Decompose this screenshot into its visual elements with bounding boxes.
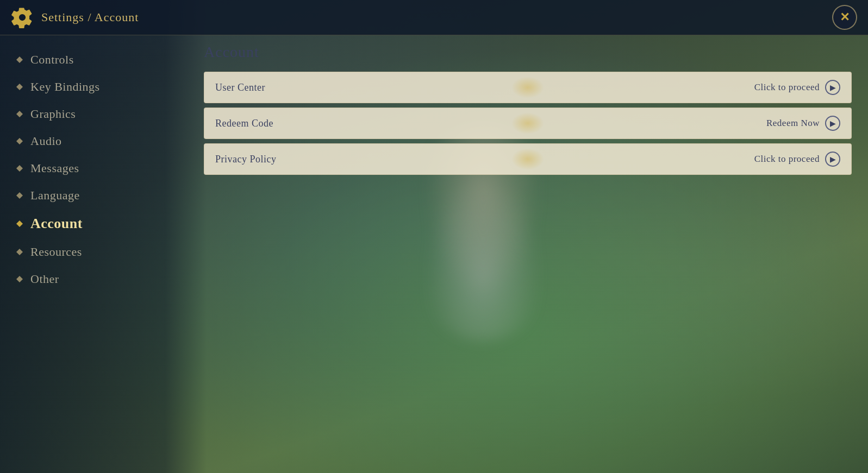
privacy-policy-action: Click to proceed ▶	[754, 152, 840, 167]
diamond-icon	[16, 56, 23, 63]
user-center-label: User Center	[215, 82, 265, 93]
svg-marker-2	[16, 111, 23, 117]
redeem-code-action: Redeem Now ▶	[766, 116, 840, 131]
nav-label-controls: Controls	[30, 53, 74, 67]
privacy-policy-action-label: Click to proceed	[754, 154, 820, 165]
shimmer-accent	[511, 77, 544, 98]
privacy-policy-label: Privacy Policy	[215, 154, 277, 165]
arrow-icon: ▶	[825, 80, 840, 95]
sidebar-item-resources[interactable]: Resources	[0, 238, 201, 266]
diamond-icon	[16, 192, 23, 199]
svg-marker-0	[16, 56, 23, 63]
header-title: Settings / Account	[41, 10, 139, 24]
header: Settings / Account ✕	[0, 0, 868, 35]
diamond-icon-active	[16, 220, 23, 227]
shimmer-accent	[511, 112, 544, 134]
user-center-row[interactable]: User Center Click to proceed ▶	[204, 72, 852, 103]
sidebar-item-audio[interactable]: Audio	[0, 128, 201, 155]
diamond-icon	[16, 138, 23, 144]
sidebar-nav: Controls Key Bindings Graphics Audio Mes…	[0, 35, 201, 304]
main-content: Account User Center Click to proceed ▶ R…	[204, 43, 852, 179]
svg-marker-4	[16, 165, 23, 172]
svg-marker-8	[16, 276, 23, 282]
nav-label-key-bindings: Key Bindings	[30, 80, 100, 94]
sidebar-item-account[interactable]: Account	[0, 209, 201, 238]
nav-label-account: Account	[30, 216, 83, 232]
nav-label-audio: Audio	[30, 134, 62, 148]
svg-marker-7	[16, 249, 23, 255]
redeem-code-action-label: Redeem Now	[766, 118, 820, 129]
nav-label-resources: Resources	[30, 245, 82, 259]
sidebar-item-language[interactable]: Language	[0, 182, 201, 209]
redeem-code-row[interactable]: Redeem Code Redeem Now ▶	[204, 108, 852, 139]
sidebar-item-messages[interactable]: Messages	[0, 155, 201, 182]
section-title: Account	[204, 43, 852, 61]
svg-marker-6	[16, 220, 23, 227]
privacy-policy-row[interactable]: Privacy Policy Click to proceed ▶	[204, 143, 852, 175]
svg-marker-3	[16, 138, 23, 144]
arrow-icon: ▶	[825, 116, 840, 131]
svg-marker-5	[16, 192, 23, 199]
diamond-icon	[16, 165, 23, 172]
diamond-icon	[16, 111, 23, 117]
sidebar-item-other[interactable]: Other	[0, 266, 201, 293]
close-button[interactable]: ✕	[832, 5, 857, 30]
diamond-icon	[16, 276, 23, 282]
user-center-action-label: Click to proceed	[754, 82, 820, 93]
svg-marker-1	[16, 84, 23, 90]
shimmer-accent	[511, 148, 544, 170]
diamond-icon	[16, 249, 23, 255]
nav-label-messages: Messages	[30, 161, 79, 175]
diamond-icon	[16, 84, 23, 90]
nav-label-graphics: Graphics	[30, 107, 76, 121]
sidebar-item-graphics[interactable]: Graphics	[0, 100, 201, 128]
nav-label-other: Other	[30, 272, 59, 286]
redeem-code-label: Redeem Code	[215, 118, 273, 129]
user-center-action: Click to proceed ▶	[754, 80, 840, 95]
sidebar-item-controls[interactable]: Controls	[0, 46, 201, 73]
gear-icon	[11, 6, 34, 29]
nav-label-language: Language	[30, 188, 80, 203]
arrow-icon: ▶	[825, 152, 840, 167]
sidebar-item-key-bindings[interactable]: Key Bindings	[0, 73, 201, 100]
